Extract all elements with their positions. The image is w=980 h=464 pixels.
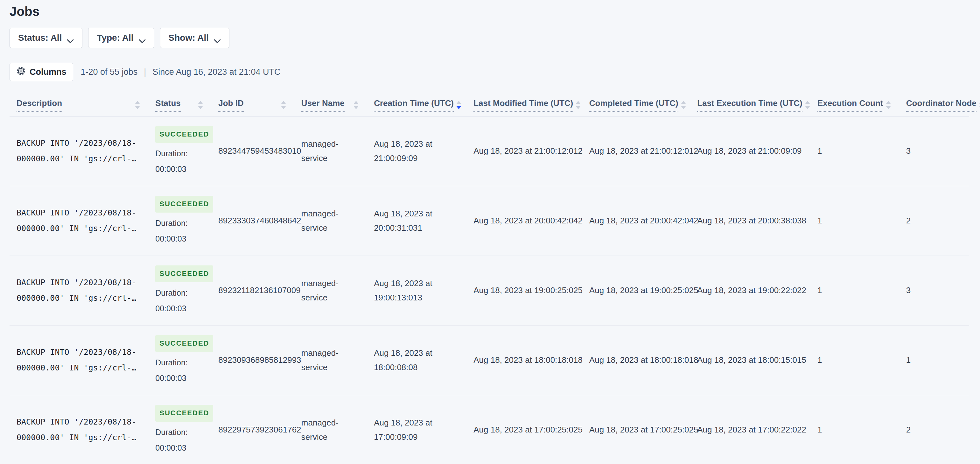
duration-label: Duration: [155,426,203,440]
job-id: 892333037460848642 [218,216,301,225]
job-description[interactable]: BACKUP INTO '/2023/08/18- 000000.00' IN … [16,205,140,236]
completed-time: Aug 18, 2023 at 20:00:42:042 [589,216,698,225]
column-header-label[interactable]: Description [16,98,62,112]
creation-time: Aug 18, 2023 at 19:00:13:013 [374,279,433,303]
filter-dropdown-label: Status: All [18,33,62,43]
duration-value: 00:00:03 [155,372,203,385]
last-modified-time: Aug 18, 2023 at 18:00:18:018 [474,355,582,365]
table-row[interactable]: BACKUP INTO '/2023/08/18- 000000.00' IN … [10,256,969,325]
coordinator-node: 1 [906,355,911,365]
chevron-down-icon [139,36,146,40]
column-header[interactable]: Creation Time (UTC) [366,90,466,116]
jobs-table: Description Status Job ID User Name [10,90,969,464]
creation-time: Aug 18, 2023 at 20:00:31:031 [374,209,433,233]
user-name: managed- service [301,209,339,233]
job-description[interactable]: BACKUP INTO '/2023/08/18- 000000.00' IN … [16,344,140,376]
column-header[interactable]: Coordinator Node [899,90,969,116]
sort-down-icon [576,106,581,109]
last-modified-time: Aug 18, 2023 at 19:00:25:025 [474,285,582,295]
sort-down-icon [281,106,286,109]
sort-down-icon [353,106,359,109]
job-description[interactable]: BACKUP INTO '/2023/08/18- 000000.00' IN … [16,415,140,446]
table-row[interactable]: BACKUP INTO '/2023/08/18- 000000.00' IN … [10,325,969,395]
last-execution-time: Aug 18, 2023 at 18:00:15:015 [697,355,806,365]
sort-down-icon [456,106,461,109]
table-header-row: Description Status Job ID User Name [10,90,969,116]
last-modified-time: Aug 18, 2023 at 20:00:42:042 [474,216,582,225]
column-header[interactable]: Last Modified Time (UTC) [466,90,582,116]
jobs-page: Jobs Status: All Type: All Show: All [0,0,980,464]
sort-up-icon [886,101,891,104]
coordinator-node: 2 [906,216,911,225]
job-description[interactable]: BACKUP INTO '/2023/08/18- 000000.00' IN … [16,275,140,306]
duration-value: 00:00:03 [155,162,203,176]
duration-value: 00:00:03 [155,232,203,246]
sort-down-icon [135,106,140,109]
coordinator-node: 2 [906,425,911,434]
columns-button-label: Columns [30,67,67,77]
sort-icon[interactable] [198,101,203,109]
sort-up-icon [281,101,286,104]
column-header[interactable]: User Name [294,90,366,116]
last-modified-time: Aug 18, 2023 at 21:00:12:012 [474,146,582,156]
sort-icon[interactable] [886,101,891,109]
column-header[interactable]: Description [10,90,148,116]
sort-up-icon [805,101,810,104]
column-header-label[interactable]: User Name [301,98,345,112]
chevron-down-icon [214,36,221,40]
coordinator-node: 3 [906,285,911,295]
column-header-label[interactable]: Job ID [218,98,243,112]
column-header-label[interactable]: Last Modified Time (UTC) [474,98,573,112]
sort-icon[interactable] [281,101,286,109]
sort-down-icon [681,106,686,109]
duration-label: Duration: [155,356,203,370]
column-header-label[interactable]: Last Execution Time (UTC) [697,98,802,112]
filter-bar: Status: All Type: All Show: All [10,28,970,48]
job-id: 892297573923061762 [218,425,301,434]
job-id: 892321182136107009 [218,285,301,295]
table-row[interactable]: BACKUP INTO '/2023/08/18- 000000.00' IN … [10,186,969,256]
column-header[interactable]: Last Execution Time (UTC) [689,90,810,116]
filter-dropdown[interactable]: Status: All [10,28,83,48]
gear-icon [16,66,26,78]
columns-button[interactable]: Columns [10,63,73,81]
column-header-label[interactable]: Creation Time (UTC) [374,98,454,112]
completed-time: Aug 18, 2023 at 21:00:12:012 [589,146,698,156]
duration-value: 00:00:03 [155,302,203,316]
column-header-label[interactable]: Coordinator Node [906,98,977,112]
status-badge: SUCCEEDED [155,265,213,282]
column-header[interactable]: Execution Count [810,90,899,116]
table-row[interactable]: BACKUP INTO '/2023/08/18- 000000.00' IN … [10,116,969,186]
table-row[interactable]: BACKUP INTO '/2023/08/18- 000000.00' IN … [10,395,969,464]
sort-up-icon [576,101,581,104]
sort-up-icon [198,101,203,104]
since-timestamp: Since Aug 16, 2023 at 21:04 UTC [153,67,280,77]
sort-down-icon [805,106,810,109]
sort-icon[interactable] [353,101,359,109]
filter-dropdown[interactable]: Type: All [88,28,154,48]
sort-icon[interactable] [576,101,581,109]
sort-up-icon [456,101,461,104]
duration-label: Duration: [155,147,203,161]
column-header[interactable]: Job ID [211,90,294,116]
last-execution-time: Aug 18, 2023 at 20:00:38:038 [697,216,806,225]
column-header[interactable]: Status [148,90,211,116]
sort-icon[interactable] [135,101,140,109]
column-header-label[interactable]: Completed Time (UTC) [589,98,678,112]
sort-icon[interactable] [681,101,686,109]
sort-icon[interactable] [456,101,461,109]
filter-dropdown-label: Show: All [169,33,209,43]
toolbar-separator: | [144,67,146,77]
toolbar: Columns 1-20 of 55 jobs | Since Aug 16, … [10,63,970,81]
column-header-label[interactable]: Status [155,98,180,112]
column-header[interactable]: Completed Time (UTC) [582,90,689,116]
sort-up-icon [353,101,359,104]
user-name: managed- service [301,348,339,372]
column-header-label[interactable]: Execution Count [818,98,883,112]
creation-time: Aug 18, 2023 at 18:00:08:08 [374,348,433,372]
sort-icon[interactable] [805,101,810,109]
last-execution-time: Aug 18, 2023 at 21:00:09:09 [697,146,802,156]
job-description[interactable]: BACKUP INTO '/2023/08/18- 000000.00' IN … [16,136,140,167]
filter-dropdown[interactable]: Show: All [160,28,230,48]
sort-up-icon [681,101,686,104]
